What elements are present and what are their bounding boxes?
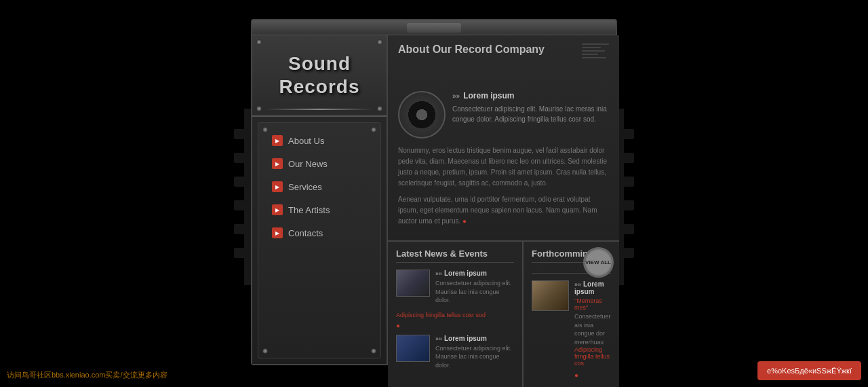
nav-label-artists: The Artists (288, 205, 330, 215)
nav-item-contacts[interactable]: Contacts (265, 222, 374, 244)
news-item-text-1: Consectetuer adipiscing elit. Maurise la… (435, 279, 514, 305)
view-all-badge[interactable]: VIEW ALL (583, 247, 614, 278)
right-panel: About Our Record Company Lorem ipsum Con… (388, 35, 619, 364)
left-panel: Sound Records About Us Our News (252, 35, 388, 364)
news-thumb-inner-2 (397, 335, 429, 361)
forth-dot-1: ● (574, 371, 578, 379)
news-panel: Latest News & Events Lorem ipsum Consect… (388, 242, 524, 387)
content-area: Sound Records About Us Our News (252, 35, 616, 364)
news-item-text-2: Consectetuer adipiscing elit. Maurise la… (435, 344, 514, 370)
nav-screw-bl (262, 348, 268, 354)
forth-content-1: Lorem ipsum "Memeras mes" Consectetuer a… (574, 280, 611, 380)
main-container: Sound Records About Us Our News (251, 19, 617, 365)
about-body-1: Nonummy, eros lectus tristique benim aug… (398, 145, 609, 189)
view-all-text: VIEW ALL (585, 259, 611, 266)
news-dot-1: ● (396, 322, 400, 329)
nav-section: About Us Our News Services The Artists C… (258, 122, 381, 358)
news-panel-title: Latest News & Events (396, 248, 514, 263)
nav-arrow-about (272, 135, 283, 146)
top-bar (252, 20, 616, 35)
nav-arrow-contacts (272, 227, 283, 238)
top-bar-decoration (407, 23, 461, 33)
news-thumb-inner-1 (397, 270, 429, 296)
screw-br (377, 106, 382, 111)
about-top-content: Lorem ipsum Consectetuer adipiscing elit… (398, 91, 609, 139)
logo-underline (266, 109, 373, 110)
news-thumb-2 (396, 335, 430, 362)
about-title: About Our Record Company (398, 43, 545, 56)
news-item-2: Lorem ipsum Consectetuer adipiscing elit… (396, 335, 514, 370)
circuit-line-4 (582, 54, 598, 55)
news-thumb-1 (396, 270, 430, 297)
news-item-title-1: Lorem ipsum (435, 270, 514, 277)
nav-screw-tl (262, 127, 268, 132)
nav-item-artists[interactable]: The Artists (265, 199, 374, 221)
nav-screw-tr (371, 127, 376, 132)
about-header: About Our Record Company (398, 43, 609, 84)
nav-label-news: Our News (288, 159, 328, 169)
news-more-link-1[interactable]: Adipiscing fringilla tellus cosr sod (396, 312, 514, 318)
forth-item-title-1: Lorem ipsum (574, 280, 611, 295)
logo-section: Sound Records (252, 35, 387, 117)
nav-label-contacts: Contacts (288, 228, 323, 238)
nav-screw-br (371, 348, 376, 354)
record-icon (398, 91, 446, 139)
about-body-2-text: Aenean vulputate, urna id porttitor ferm… (398, 196, 597, 225)
nav-label-services: Services (288, 182, 322, 192)
circuit-line-2 (582, 47, 601, 48)
forth-link-1b[interactable]: Adipiscing fringilla tellus cos (574, 346, 611, 367)
forth-text-1: Consectetuer ais inia congue dor mererhu… (574, 312, 611, 346)
nav-label-about: About Us (288, 136, 324, 146)
screw-bl (256, 106, 262, 111)
about-section: About Our Record Company Lorem ipsum Con… (388, 35, 619, 242)
about-red-dot: ● (462, 217, 467, 225)
watermark: 访问鸟哥社区bbs.xieniao.com买卖/交流更多内容 (7, 370, 167, 380)
bottom-panels: Latest News & Events Lorem ipsum Consect… (388, 242, 619, 387)
nav-item-about[interactable]: About Us (265, 130, 374, 151)
cta-button[interactable]: е%оKesБдё«иSSжЁÝжкї (757, 361, 861, 380)
nav-item-services[interactable]: Services (265, 176, 374, 198)
news-content-2: Lorem ipsum Consectetuer adipiscing elit… (435, 335, 514, 370)
nav-arrow-artists (272, 204, 283, 215)
circuit-line-5 (582, 57, 606, 58)
nav-item-news[interactable]: Our News (265, 153, 374, 174)
news-content-1: Lorem ipsum Consectetuer adipiscing elit… (435, 270, 514, 305)
lorem-title: Lorem ipsum (452, 91, 609, 100)
site-logo: Sound Records (252, 52, 387, 98)
about-body-2: Aenean vulputate, urna id porttitor ferm… (398, 194, 609, 227)
nav-arrow-news (272, 158, 283, 169)
forth-item-1: Lorem ipsum "Memeras mes" Consectetuer a… (532, 280, 611, 380)
forth-thumb-1 (532, 280, 569, 311)
forth-link-1[interactable]: "Memeras mes" (574, 297, 611, 311)
lorem-text: Consectetuer adipiscing elit. Maurise la… (452, 104, 609, 124)
screw-tr (377, 39, 382, 45)
news-item-title-2: Lorem ipsum (435, 335, 514, 342)
forth-thumb-inner-1 (532, 281, 568, 310)
screw-tl (256, 39, 262, 45)
news-item-1: Lorem ipsum Consectetuer adipiscing elit… (396, 270, 514, 305)
nav-arrow-services (272, 181, 283, 192)
circuit-decoration (582, 43, 609, 84)
circuit-line-1 (582, 43, 609, 45)
forthcoming-panel: Forthcomming VIEW ALL Lorem ipsum "Memer… (524, 242, 619, 387)
circuit-line-3 (582, 50, 605, 52)
lorem-block: Lorem ipsum Consectetuer adipiscing elit… (452, 91, 609, 139)
